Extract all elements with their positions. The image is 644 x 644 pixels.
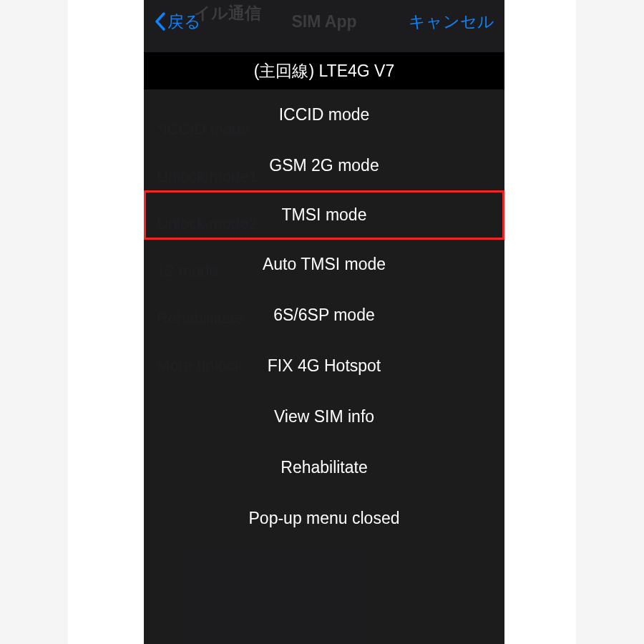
cancel-button[interactable]: キャンセル xyxy=(409,11,494,33)
page-title: SIM App xyxy=(291,12,356,31)
option-fix-4g-hotspot[interactable]: FIX 4G Hotspot xyxy=(144,341,504,391)
action-sheet-title: (主回線) LTE4G V7 xyxy=(144,52,504,89)
back-label: 戻る xyxy=(167,11,201,33)
option-6s-6sp-mode[interactable]: 6S/6SP mode xyxy=(144,290,504,341)
app-frame: 戻る イル通信 SIM App キャンセル LTE4G V7 *ICCID mo… xyxy=(68,0,576,644)
phone-screen: 戻る イル通信 SIM App キャンセル LTE4G V7 *ICCID mo… xyxy=(144,0,504,644)
option-auto-tmsi-mode[interactable]: Auto TMSI mode xyxy=(144,239,504,290)
option-rehabilitate[interactable]: Rehabilitate xyxy=(144,442,504,493)
nav-bg-text: イル通信 xyxy=(194,2,261,24)
chevron-left-icon xyxy=(154,11,166,31)
option-view-sim-info[interactable]: View SIM info xyxy=(144,391,504,442)
action-sheet: (主回線) LTE4G V7 ICCID mode GSM 2G mode TM… xyxy=(144,52,504,544)
back-button[interactable]: 戻る xyxy=(154,11,201,33)
option-iccid-mode[interactable]: ICCID mode xyxy=(144,89,504,140)
cancel-label: キャンセル xyxy=(409,12,494,31)
option-tmsi-mode[interactable]: TMSI mode xyxy=(144,190,504,240)
option-gsm-2g-mode[interactable]: GSM 2G mode xyxy=(144,140,504,191)
option-popup-menu-closed[interactable]: Pop-up menu closed xyxy=(144,493,504,544)
navigation-bar: 戻る イル通信 SIM App キャンセル xyxy=(144,0,504,43)
action-sheet-list: ICCID mode GSM 2G mode TMSI mode Auto TM… xyxy=(144,89,504,544)
